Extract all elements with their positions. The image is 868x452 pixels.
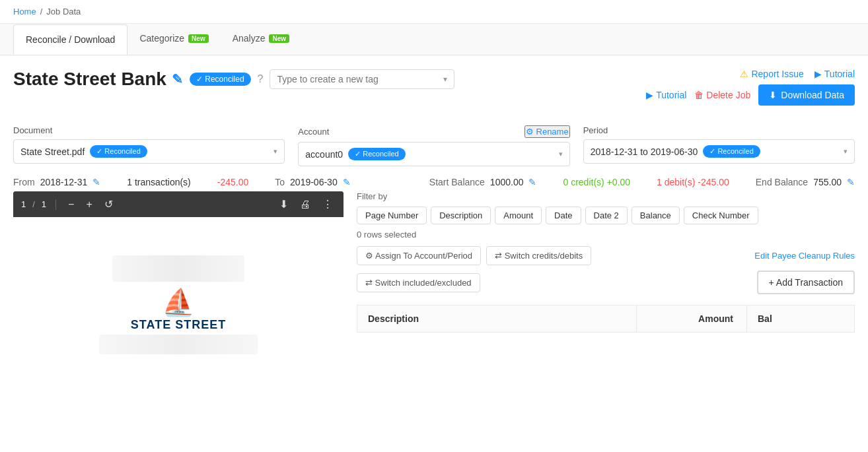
- doc-dropdown-icon: ▾: [273, 147, 277, 156]
- start-balance-stat: Start Balance 1000.00 ✎: [429, 177, 537, 187]
- report-issue-button[interactable]: ⚠ Report Issue: [740, 69, 803, 79]
- edit-to-icon[interactable]: ✎: [343, 177, 351, 187]
- filter-check-number[interactable]: Check Number: [684, 207, 758, 224]
- from-stat: From 2018-12-31 ✎: [13, 177, 100, 187]
- tabs-bar: Reconcile / Download Categorize New Anal…: [0, 24, 868, 55]
- edit-start-balance-icon[interactable]: ✎: [528, 177, 536, 187]
- pdf-page-current: 1: [21, 199, 26, 209]
- account-select[interactable]: account0 ✓ Reconciled ▾: [298, 142, 569, 166]
- document-label: Document: [13, 125, 285, 135]
- filter-buttons: Page Number Description Amount Date Date…: [357, 207, 855, 224]
- switch-included-excluded-button[interactable]: ⇄ Switch included/excluded: [357, 273, 480, 292]
- filter-balance[interactable]: Balance: [632, 207, 680, 224]
- categorize-badge: New: [188, 34, 209, 43]
- tab-analyze[interactable]: Analyze New: [221, 24, 301, 55]
- pdf-page-total: 1: [42, 199, 46, 209]
- header-actions-row2: ▶ Tutorial 🗑 Delete Job ⬇ Download Data: [646, 84, 855, 106]
- download-data-button[interactable]: ⬇ Download Data: [758, 84, 855, 106]
- to-stat: To 2019-06-30 ✎: [275, 177, 350, 187]
- header-area: State Street Bank ✎ ✓ Reconciled ? ▾ ⚠ R…: [0, 55, 868, 119]
- pdf-page-sep: /: [32, 199, 35, 209]
- pdf-more-button[interactable]: ⋮: [320, 197, 336, 212]
- edit-end-balance-icon[interactable]: ✎: [847, 177, 855, 187]
- tutorial-button-top[interactable]: ▶ Tutorial: [814, 69, 855, 79]
- download-icon: ⬇: [769, 90, 777, 100]
- rename-button[interactable]: ⚙ Rename: [524, 125, 570, 138]
- switch-credits-debits-button[interactable]: ⇄ Switch credits/debits: [486, 246, 591, 265]
- period-dropdown-icon: ▾: [844, 147, 848, 156]
- edit-payee-button[interactable]: Edit Payee Cleanup Rules: [754, 251, 855, 261]
- period-field: Period 2018-12-31 to 2019-06-30 ✓ Reconc…: [583, 125, 855, 164]
- account-reconciled-badge: ✓ Reconciled: [348, 148, 405, 160]
- right-panel: Filter by Page Number Description Amount…: [344, 191, 868, 363]
- account-dropdown-icon: ▾: [559, 150, 563, 158]
- main-content: 1 / 1 − + ↺ ⬇ 🖨 ⋮ ⛵ STATE STREET F: [0, 191, 868, 363]
- reconciled-badge: ✓ Reconciled: [190, 73, 251, 86]
- th-amount: Amount: [637, 306, 747, 332]
- document-field: Document State Street.pdf ✓ Reconciled ▾: [13, 125, 285, 164]
- transactions-stat: 1 transaction(s): [127, 177, 190, 187]
- fields-row: Document State Street.pdf ✓ Reconciled ▾…: [0, 119, 868, 173]
- delete-job-button[interactable]: 🗑 Delete Job: [694, 90, 750, 100]
- logo-blur-top: [112, 255, 244, 282]
- account-label: Account: [298, 127, 329, 137]
- pdf-zoom-out-button[interactable]: −: [65, 197, 77, 212]
- table-header: Description Amount Bal: [357, 305, 855, 333]
- stats-row: From 2018-12-31 ✎ 1 transaction(s) -245.…: [0, 173, 868, 191]
- page-title: State Street Bank ✎: [13, 69, 183, 90]
- period-label: Period: [583, 125, 855, 135]
- action-buttons-row1: ⚙ Assign To Account/Period ⇄ Switch cred…: [357, 246, 855, 265]
- help-icon[interactable]: ?: [258, 73, 264, 85]
- filter-page-number[interactable]: Page Number: [357, 207, 427, 224]
- play-icon-2: ▶: [646, 90, 653, 100]
- tab-categorize[interactable]: Categorize New: [127, 24, 220, 55]
- tag-input-wrap[interactable]: ▾: [270, 69, 454, 89]
- tag-dropdown-arrow-icon: ▾: [443, 75, 447, 84]
- period-select[interactable]: 2018-12-31 to 2019-06-30 ✓ Reconciled ▾: [583, 139, 855, 164]
- action-buttons-row2: ⇄ Switch included/excluded + Add Transac…: [357, 271, 855, 294]
- warning-icon: ⚠: [740, 69, 748, 79]
- debits-stat: 1 debit(s) -245.00: [657, 177, 729, 187]
- ss-boat-icon: ⛵: [99, 287, 258, 318]
- pdf-separator: [55, 199, 56, 210]
- header-actions: ⚠ Report Issue ▶ Tutorial ▶ Tutorial 🗑 D…: [646, 69, 855, 106]
- credits-stat: 0 credit(s) +0.00: [563, 177, 630, 187]
- analyze-badge: New: [269, 34, 289, 43]
- pdf-content: ⛵ STATE STREET: [13, 217, 344, 363]
- breadcrumb-sep: /: [40, 7, 43, 16]
- title-row: State Street Bank ✎ ✓ Reconciled ? ▾: [13, 69, 454, 90]
- pdf-print-button[interactable]: 🖨: [297, 197, 313, 212]
- pdf-viewer: 1 / 1 − + ↺ ⬇ 🖨 ⋮ ⛵ STATE STREET: [13, 191, 344, 363]
- amount-stat: -245.00: [217, 177, 248, 187]
- tab-reconcile[interactable]: Reconcile / Download: [13, 24, 127, 55]
- breadcrumb-home[interactable]: Home: [13, 7, 36, 16]
- pdf-page: ⛵ STATE STREET: [13, 217, 344, 363]
- tag-input[interactable]: [277, 74, 438, 84]
- filter-label: Filter by: [357, 191, 855, 201]
- breadcrumb: Home / Job Data: [0, 0, 868, 24]
- tutorial-button-secondary[interactable]: ▶ Tutorial: [646, 90, 686, 100]
- pdf-zoom-in-button[interactable]: +: [83, 197, 94, 212]
- edit-from-icon[interactable]: ✎: [92, 177, 100, 187]
- th-balance: Bal: [747, 306, 854, 332]
- period-reconciled-badge: ✓ Reconciled: [703, 145, 760, 158]
- document-select[interactable]: State Street.pdf ✓ Reconciled ▾: [13, 139, 285, 164]
- play-icon: ▶: [814, 69, 822, 79]
- edit-title-icon[interactable]: ✎: [172, 71, 183, 87]
- state-street-logo: ⛵ STATE STREET: [99, 250, 258, 357]
- doc-reconciled-badge: ✓ Reconciled: [90, 145, 147, 158]
- pdf-rotate-button[interactable]: ↺: [102, 197, 116, 212]
- pdf-toolbar: 1 / 1 − + ↺ ⬇ 🖨 ⋮: [13, 191, 344, 217]
- pdf-download-button[interactable]: ⬇: [277, 197, 291, 212]
- filter-date2[interactable]: Date 2: [585, 207, 628, 224]
- rows-selected: 0 rows selected: [357, 230, 855, 240]
- header-actions-row1: ⚠ Report Issue ▶ Tutorial: [740, 69, 855, 79]
- end-balance-stat: End Balance 755.00 ✎: [756, 177, 855, 187]
- account-field: Account ⚙ Rename account0 ✓ Reconciled ▾: [298, 125, 569, 166]
- assign-account-period-button[interactable]: ⚙ Assign To Account/Period: [357, 246, 481, 265]
- filter-description[interactable]: Description: [431, 207, 491, 224]
- filter-amount[interactable]: Amount: [495, 207, 542, 224]
- breadcrumb-current: Job Data: [46, 7, 81, 16]
- filter-date[interactable]: Date: [546, 207, 581, 224]
- add-transaction-button[interactable]: + Add Transaction: [757, 271, 855, 294]
